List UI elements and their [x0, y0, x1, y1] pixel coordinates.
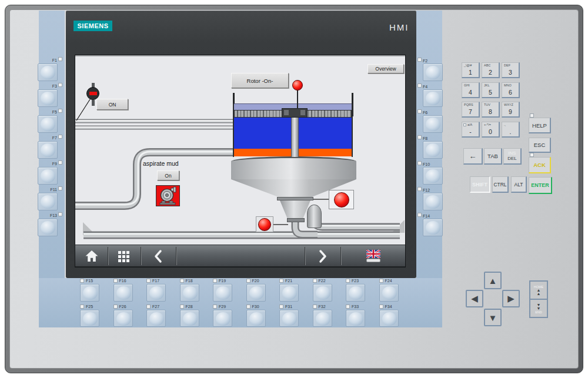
- fkey-label: F5: [38, 109, 57, 115]
- arrow-down-key[interactable]: ▼: [484, 309, 502, 326]
- key-f30[interactable]: [246, 310, 266, 327]
- ctrl-key[interactable]: CTRL: [492, 176, 509, 193]
- overview-button[interactable]: Overview: [368, 64, 404, 73]
- fkey-led: [417, 213, 422, 217]
- aspirate-on-button[interactable]: On: [157, 170, 179, 180]
- fkey-label: F33: [352, 304, 359, 309]
- enter-key[interactable]: ENTER: [529, 177, 552, 194]
- fkey-label: F17: [152, 278, 159, 283]
- key-f20[interactable]: [246, 284, 266, 302]
- key-f3[interactable]: [38, 89, 58, 107]
- key-f4[interactable]: [423, 89, 443, 107]
- apps-button[interactable]: [108, 245, 141, 267]
- key-f18[interactable]: [180, 284, 199, 302]
- shift-key[interactable]: SHIFT: [470, 176, 490, 193]
- key-f13[interactable]: [38, 219, 58, 236]
- key-f33[interactable]: [346, 310, 365, 327]
- numpad-key-9[interactable]: WXYZ9: [502, 102, 520, 118]
- home-button[interactable]: [75, 245, 108, 267]
- key-f34[interactable]: [379, 310, 399, 327]
- key-main-label: -: [462, 128, 479, 135]
- key-f21[interactable]: [279, 284, 299, 302]
- key-f28[interactable]: [180, 310, 199, 327]
- arrow-up-key[interactable]: ▲: [484, 272, 502, 289]
- key-f19[interactable]: [213, 284, 232, 302]
- numpad-key-8[interactable]: TUV8: [482, 102, 500, 118]
- key-f16[interactable]: [113, 284, 133, 302]
- fkey-led: [58, 83, 62, 87]
- numpad-key-5[interactable]: JKL5: [482, 82, 500, 98]
- rotor-on-button[interactable]: Rotor -On-: [231, 73, 289, 88]
- fkey-label: F31: [285, 304, 292, 309]
- home-icon: [85, 250, 99, 262]
- numpad-key--[interactable]: a/A-: [462, 122, 480, 138]
- fkey-label: F12: [423, 188, 430, 193]
- key-f11[interactable]: [38, 193, 58, 210]
- arrow-down-icon: ▼: [489, 313, 497, 323]
- fkey-led: [58, 109, 62, 113]
- key-f24[interactable]: [379, 284, 399, 302]
- numpad-key-1[interactable]: _\@#1: [462, 62, 480, 78]
- help-key[interactable]: HELP: [529, 118, 551, 133]
- numpad-key-6[interactable]: MNO6: [502, 82, 520, 98]
- arrow-right-key[interactable]: ▶: [502, 290, 520, 307]
- fkey-led: [180, 279, 184, 283]
- fkey-led: [379, 279, 383, 283]
- arrow-left-key[interactable]: ◀: [466, 290, 483, 307]
- key-sub-label: +-*/=: [484, 123, 491, 126]
- key-f26[interactable]: [113, 310, 133, 327]
- numpad-key-4[interactable]: GHI4: [462, 82, 480, 98]
- uk-flag-icon: [366, 250, 380, 258]
- key-f9[interactable]: [38, 167, 58, 185]
- fkey-label: F1: [38, 58, 57, 63]
- numpad-key-0[interactable]: +-*/=0: [482, 122, 500, 138]
- key-f17[interactable]: [146, 284, 166, 302]
- key-f31[interactable]: [279, 310, 299, 327]
- page-up-home-key[interactable]: HOME ▲ ▲: [529, 280, 548, 299]
- key-f15[interactable]: [80, 284, 99, 302]
- numpad-key-3[interactable]: DEF3: [502, 62, 520, 78]
- key-f27[interactable]: [146, 310, 166, 327]
- key-f25[interactable]: [80, 310, 99, 327]
- key-f7[interactable]: [38, 141, 58, 159]
- language-button[interactable]: [340, 245, 406, 267]
- key-f22[interactable]: [313, 284, 332, 302]
- ack-key[interactable]: ACK: [529, 157, 551, 173]
- page-down-end-key[interactable]: ▼ ▼ END: [529, 299, 548, 318]
- numpad-key-.[interactable]: .,.: [502, 122, 520, 138]
- valve-indicator-right: [329, 190, 354, 209]
- key-f5[interactable]: [38, 115, 58, 133]
- key-f2[interactable]: [423, 63, 443, 81]
- key-f1[interactable]: [38, 63, 58, 81]
- end-label: END: [535, 310, 542, 314]
- prev-page-button[interactable]: [141, 245, 176, 267]
- key-main-label: 8: [482, 108, 499, 115]
- fkey-led: [346, 305, 350, 309]
- fkey-label: F22: [319, 278, 326, 283]
- fkey-led: [213, 305, 217, 309]
- esc-key[interactable]: ESC: [529, 138, 551, 153]
- next-page-button[interactable]: [305, 245, 340, 267]
- numpad-key-2[interactable]: ABC2: [482, 62, 500, 78]
- key-f32[interactable]: [313, 310, 332, 327]
- feed-on-button[interactable]: ON: [96, 99, 128, 110]
- key-f29[interactable]: [213, 310, 232, 327]
- valve-indicator-left: [256, 216, 273, 232]
- key-f10[interactable]: [423, 167, 443, 185]
- tab-key[interactable]: TAB: [484, 148, 502, 165]
- key-f14[interactable]: [423, 219, 443, 236]
- key-f8[interactable]: [423, 141, 443, 159]
- fkey-led: [113, 279, 118, 283]
- lcd-screen: Overview Rotor -On- ON aspirate mud On: [75, 55, 406, 267]
- ins-del-key[interactable]: INS DEL: [503, 148, 522, 165]
- alt-key[interactable]: ALT: [511, 176, 527, 193]
- backspace-key[interactable]: ←: [463, 148, 483, 165]
- screen-navbar: [75, 245, 406, 266]
- fkey-led: [213, 279, 217, 283]
- numpad-key-7[interactable]: PQRS7: [462, 102, 480, 118]
- key-f12[interactable]: [423, 193, 443, 210]
- key-f23[interactable]: [346, 284, 365, 302]
- indicator-stem: [297, 89, 298, 109]
- key-f6[interactable]: [423, 115, 443, 133]
- key-main-label: 3: [502, 69, 519, 76]
